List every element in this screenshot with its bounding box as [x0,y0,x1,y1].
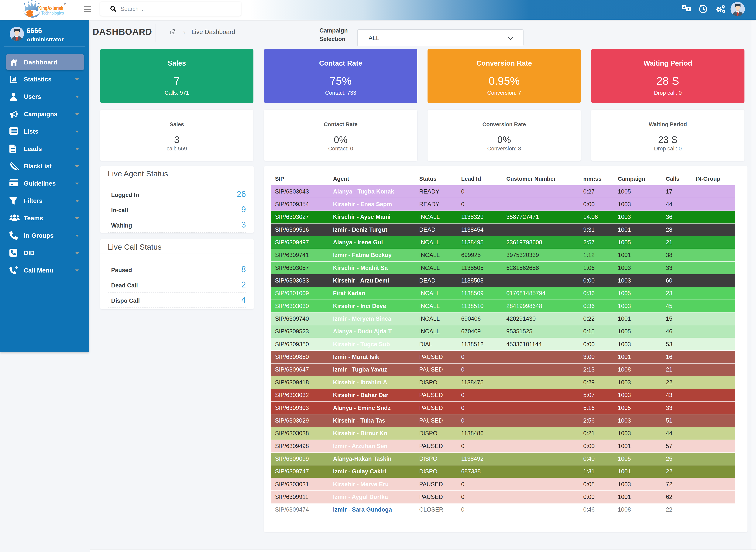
svg-text:®: ® [64,3,66,6]
svg-text:Technologies: Technologies [41,10,64,15]
svg-text:A: A [683,6,685,9]
